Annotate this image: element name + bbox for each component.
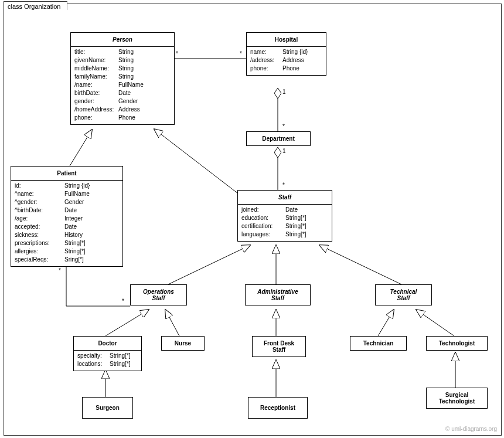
mult-hosp-dept-1: 1 [282,89,287,95]
class-technician-title: Technician [350,337,406,350]
frame-tab-title: class Organization [4,1,67,13]
class-person-attrs: title:String givenName:String middleName… [71,47,174,124]
mult-patient-ops-2: * [121,298,125,304]
class-staff: Staff joined:Date education:String[*] ce… [237,190,332,242]
class-receptionist: Receptionist [248,397,308,419]
mult-dept-staff-1: 1 [282,148,287,154]
class-tech-staff: Technical Staff [375,284,432,305]
class-surgeon-title: Surgeon [83,398,132,418]
class-department-title: Department [247,132,310,145]
class-doctor-attrs: specialty:String[*] locations:String[*] [74,351,141,371]
class-department: Department [246,131,311,146]
class-surgtech: Surgical Technologist [426,388,488,409]
class-person-title: Person [71,33,174,47]
class-technician: Technician [350,336,407,351]
mult-dept-staff-star: * [282,182,285,188]
mult-patient-ops-1: * [58,267,62,274]
mult-hosp-dept-star: * [282,123,285,130]
class-patient: Patient id:String {id} ^name:FullName ^g… [11,166,123,267]
class-nurse-title: Nurse [162,337,204,350]
class-admin-staff-title: Administrative Staff [246,285,310,305]
class-doctor: Doctor specialty:String[*] locations:Str… [73,336,142,371]
diagram-container: class Organization [0,0,504,438]
class-doctor-title: Doctor [74,337,141,351]
class-surgeon: Surgeon [82,397,133,419]
class-frontdesk-title: Front Desk Staff [253,337,305,356]
class-ops-staff: Operations Staff [130,284,187,305]
class-surgtech-title: Surgical Technologist [427,388,487,408]
class-staff-attrs: joined:Date education:String[*] certific… [238,205,332,241]
mult-person-hosp-1: * [175,50,179,57]
class-receptionist-title: Receptionist [248,398,307,418]
class-hospital: Hospital name:String {id} /address:Addre… [246,32,326,76]
copyright: © uml-diagrams.org [445,426,497,432]
class-patient-attrs: id:String {id} ^name:FullName ^gender:Ge… [11,181,122,266]
class-nurse: Nurse [161,336,205,351]
class-hospital-title: Hospital [247,33,326,47]
class-tech-staff-title: Technical Staff [376,285,431,305]
class-person: Person title:String givenName:String mid… [70,32,175,125]
mult-person-hosp-2: * [239,50,243,57]
class-staff-title: Staff [238,191,332,205]
class-patient-title: Patient [11,167,122,181]
class-admin-staff: Administrative Staff [245,284,311,305]
class-frontdesk: Front Desk Staff [252,336,306,357]
class-hospital-attrs: name:String {id} /address:Address phone:… [247,47,326,75]
class-technologist-title: Technologist [427,337,487,350]
class-technologist: Technologist [426,336,488,351]
class-ops-staff-title: Operations Staff [131,285,186,305]
